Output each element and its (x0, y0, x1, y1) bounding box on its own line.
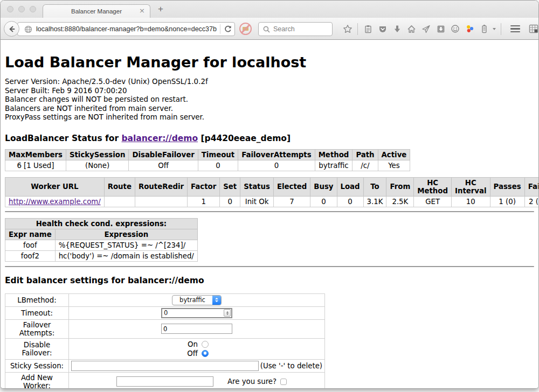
globe-icon (24, 25, 32, 33)
add-new-worker-input[interactable] (116, 376, 213, 387)
are-you-sure-checkbox[interactable] (280, 379, 287, 385)
zoom-window-button[interactable] (30, 6, 36, 12)
lbmethod-select[interactable]: bytraffic (172, 295, 222, 305)
failover-attempts-input[interactable] (161, 324, 232, 334)
tab-bar: Balancer Manager × + (1, 1, 538, 18)
close-window-button[interactable] (7, 6, 13, 12)
table-row: 6 [1 Used] (None) Off 0 0 bytraffic /c/ … (5, 160, 410, 171)
bookmark-star-icon[interactable] (340, 24, 355, 34)
home-icon[interactable] (404, 25, 419, 33)
toolbar-separator (501, 23, 501, 35)
addon-grid-icon[interactable] (524, 24, 539, 33)
sticky-session-label: Sticky Session: (5, 359, 69, 372)
loadbalancer-status-heading: LoadBalancer Status for balancer://demo … (5, 134, 534, 143)
url-bar[interactable]: localhost:8880/balancer-manager?b=demo&n… (17, 22, 235, 36)
downloads-icon[interactable] (390, 25, 404, 33)
hello-colored-dots-icon[interactable] (462, 24, 477, 33)
health-table-title: Health check cond. expressions: (5, 218, 198, 229)
table-row: foof2 hc('body') =~ /domain is establish… (5, 250, 198, 261)
minimize-window-button[interactable] (18, 6, 25, 12)
worker-url-link[interactable]: http://www.example.com/ (9, 198, 101, 206)
disable-failover-off-radio[interactable] (202, 350, 209, 357)
download-panel-icon[interactable] (433, 25, 448, 33)
table-row: foof %{REQUEST_STATUS} =~ /^[234]/ (5, 240, 198, 250)
reading-list-icon[interactable] (361, 25, 375, 33)
lbmethod-label: LBmethod: (5, 293, 69, 306)
browser-tab[interactable]: Balancer Manager × (43, 4, 150, 18)
tab-close-icon[interactable]: × (139, 6, 145, 15)
share-icon[interactable] (419, 25, 433, 33)
reload-icon[interactable] (224, 25, 232, 33)
url-text: localhost:8880/balancer-manager?b=demo&n… (36, 25, 217, 33)
page-content: Load Balancer Manager for localhost Serv… (1, 40, 538, 388)
menu-hamburger-icon[interactable] (506, 25, 524, 33)
inherit-warning-line: Balancers are NOT inherited from main se… (5, 104, 534, 114)
section-divider (5, 211, 534, 212)
timeout-label: Timeout: (5, 306, 69, 319)
radio-off-label: Off (185, 349, 198, 358)
are-you-sure-label: Are you sure? (227, 377, 277, 386)
table-row: http://www.example.com/ 1 0 Init Ok 7 0 … (5, 196, 539, 207)
new-tab-button[interactable]: + (158, 4, 163, 15)
sticky-session-hint: (Use '-' to delete) (260, 362, 322, 370)
timeout-input[interactable]: 0 (161, 308, 232, 318)
health-check-table: Health check cond. expressions: Expr nam… (5, 218, 198, 262)
toolbar-icons (340, 18, 539, 40)
proxypass-warning-line: ProxyPass settings are NOT inherited fro… (5, 113, 534, 122)
search-placeholder: Search (273, 25, 295, 33)
section-divider (5, 266, 534, 267)
back-arrow-icon (8, 25, 16, 33)
plugin-blocked-icon[interactable] (239, 23, 252, 35)
search-input[interactable]: Search (258, 22, 333, 36)
toolbar-separator (357, 23, 358, 35)
select-arrows-icon (212, 296, 221, 305)
failover-attempts-label: Failover Attempts: (5, 319, 69, 338)
server-version-line: Server Version: Apache/2.5.0-dev (Unix) … (5, 78, 534, 87)
persist-warning-line: Balancer changes will NOT be persisted o… (5, 95, 534, 104)
page-title: Load Balancer Manager for localhost (5, 54, 534, 71)
balancer-settings-form: LBmethod: bytraffic Timeout: 0 (5, 293, 325, 388)
balancer-status-table: MaxMembers StickySession DisableFailover… (5, 149, 410, 171)
disable-failover-label: Disable Failover: (5, 338, 69, 359)
urlbar-divider (220, 24, 220, 34)
edit-balancer-heading: Edit balancer settings for balancer://de… (5, 276, 534, 285)
window-controls (7, 6, 36, 12)
search-icon (263, 26, 270, 33)
server-info: Server Version: Apache/2.5.0-dev (Unix) … (5, 78, 534, 122)
browser-window: Balancer Manager × + localhost:8880/bala… (0, 0, 539, 389)
worker-status-table: Worker URL Route RouteRedir Factor Set S… (5, 177, 538, 207)
chevron-down-icon[interactable] (493, 28, 496, 30)
pocket-icon[interactable] (375, 25, 390, 33)
add-new-worker-label: Add New Worker: (5, 372, 69, 388)
back-button[interactable] (4, 21, 19, 37)
server-built-line: Server Built: Feb 9 2016 07:00:20 (5, 87, 534, 96)
balancer-demo-link[interactable]: balancer://demo (121, 134, 198, 143)
chat-smiley-icon[interactable] (448, 24, 462, 33)
radio-on-label: On (185, 340, 198, 348)
disable-failover-on-radio[interactable] (202, 341, 209, 348)
navigation-toolbar: localhost:8880/balancer-manager?b=demo&n… (1, 18, 538, 40)
sticky-session-input[interactable] (71, 361, 259, 371)
container-battery-icon[interactable] (477, 24, 492, 33)
tab-title: Balancer Manager (71, 8, 122, 15)
number-stepper-icon[interactable] (224, 309, 231, 317)
